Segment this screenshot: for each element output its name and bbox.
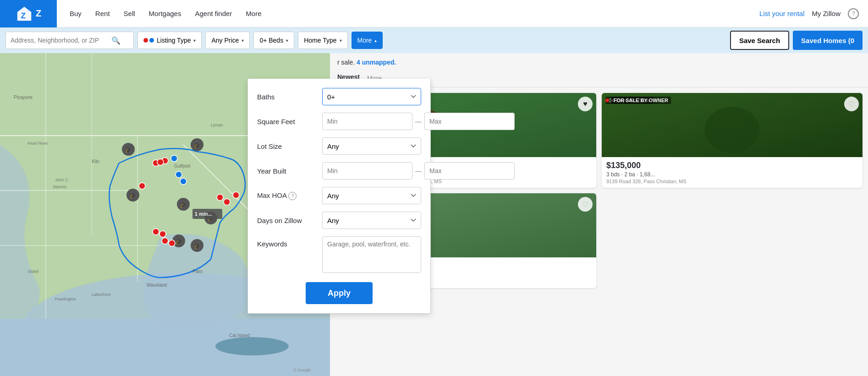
save-listing-button[interactable]: ♡ xyxy=(578,197,593,212)
more-filters-panel: Baths 0+ 1+ 1.5+ 2+ 3+ 4+ Square Feet — … xyxy=(247,79,431,314)
svg-text:Pearlington: Pearlington xyxy=(55,297,76,301)
keywords-label: Keywords xyxy=(257,236,317,248)
max-hoa-label: Max HOA ? xyxy=(257,191,317,200)
svg-point-44 xyxy=(162,238,168,244)
year-dash: — xyxy=(415,167,422,174)
listing-type-label: Listing Type xyxy=(157,37,191,44)
sqft-label: Square Feet xyxy=(257,118,317,125)
nav-buy[interactable]: Buy xyxy=(64,6,87,21)
svg-point-42 xyxy=(153,229,159,235)
svg-point-47 xyxy=(224,199,230,205)
svg-text:Z: Z xyxy=(21,11,25,20)
help-button[interactable]: ? xyxy=(848,8,859,19)
my-zillow-link[interactable]: My Zillow xyxy=(812,10,841,17)
sqft-min-input[interactable] xyxy=(322,113,412,130)
max-hoa-select[interactable]: Any $100/mo $200/mo $300/mo $500/mo xyxy=(322,187,421,204)
lot-size-label: Lot Size xyxy=(257,142,317,150)
filter-bar: 🔍 Listing Type ▾ Any Price ▾ 0+ Beds ▾ H… xyxy=(0,27,868,53)
baths-select[interactable]: 0+ 1+ 1.5+ 2+ 3+ 4+ xyxy=(322,88,421,105)
svg-text:🎓: 🎓 xyxy=(194,142,200,148)
days-on-zillow-row: Days on Zillow Any 1 day 7 days 14 days … xyxy=(257,212,421,229)
nav-sell[interactable]: Sell xyxy=(118,6,141,21)
lot-size-select[interactable]: Any 1,000 sqft 2,000 sqft 5,000 sqft 1 a… xyxy=(322,137,421,155)
baths-label: Baths xyxy=(257,93,317,101)
save-search-button[interactable]: Save Search xyxy=(730,31,789,50)
svg-point-49 xyxy=(171,155,177,162)
nav-more[interactable]: More xyxy=(240,6,267,21)
search-icon: 🔍 xyxy=(111,36,121,45)
nav-rent[interactable]: Rent xyxy=(90,6,115,21)
svg-point-43 xyxy=(159,231,166,237)
beds-filter[interactable]: 0+ Beds ▾ xyxy=(253,32,294,49)
svg-text:Pearl River: Pearl River xyxy=(27,141,48,146)
top-nav: Z Z Buy Rent Sell Mortgages Agent finder… xyxy=(0,0,868,27)
more-chevron: ▴ xyxy=(374,38,377,43)
svg-point-53 xyxy=(157,159,164,165)
beds-label: 0+ Beds xyxy=(259,37,283,44)
home-type-chevron: ▾ xyxy=(340,38,342,43)
keywords-textarea[interactable] xyxy=(322,236,421,273)
unmapped-count[interactable]: 4 unmapped. xyxy=(357,59,396,66)
for-sale-badge: FOR SALE BY OWNER xyxy=(605,97,671,104)
hoa-help-icon[interactable]: ? xyxy=(288,192,297,200)
sqft-max-input[interactable] xyxy=(424,113,515,130)
svg-text:🎓: 🎓 xyxy=(180,202,187,208)
max-hoa-row: Max HOA ? Any $100/mo $200/mo $300/mo $5… xyxy=(257,187,421,204)
sqft-inputs: — xyxy=(322,113,515,130)
listing-type-dots xyxy=(143,38,154,43)
listing-card[interactable]: 34 Days On Zillow FOR SALE BY OWNER ♡ $1… xyxy=(602,93,863,188)
year-built-row: Year Built — xyxy=(257,162,421,180)
svg-text:Cat Island: Cat Island xyxy=(229,333,250,338)
svg-text:🎓: 🎓 xyxy=(130,192,136,199)
listing-beds: 3 bds xyxy=(606,171,620,178)
listing-price: $135,000 xyxy=(606,161,858,170)
badge-dot xyxy=(605,98,609,102)
listing-type-filter[interactable]: Listing Type ▾ xyxy=(137,32,202,49)
zillow-logo-icon: Z xyxy=(16,5,33,22)
badge-text: FOR SALE BY OWNER xyxy=(611,97,671,104)
svg-text:Stennis: Stennis xyxy=(53,185,67,189)
more-filter[interactable]: More ▴ xyxy=(352,32,383,49)
home-type-label: Home Type xyxy=(304,37,336,44)
lot-size-row: Lot Size Any 1,000 sqft 2,000 sqft 5,000… xyxy=(257,137,421,155)
price-label: Any Price xyxy=(211,37,239,44)
days-on-zillow-select[interactable]: Any 1 day 7 days 14 days 30 days 90 days… xyxy=(322,212,421,229)
saved-homes-button[interactable]: Saved Homes (0 xyxy=(793,31,863,50)
save-listing-button[interactable]: ♥ xyxy=(578,97,593,111)
svg-text:Picayune: Picayune xyxy=(14,95,33,100)
svg-point-51 xyxy=(180,178,187,185)
apply-button[interactable]: Apply xyxy=(306,282,373,304)
svg-point-5 xyxy=(215,337,289,355)
listings-header: r sale. 4 unmapped. xyxy=(330,53,868,71)
beds-chevron: ▾ xyxy=(286,38,288,43)
svg-text:John C.: John C. xyxy=(55,178,69,182)
days-on-zillow-label: Days on Zillow xyxy=(257,217,317,224)
listing-sqft: 1,68... xyxy=(640,171,655,178)
svg-text:Lakeshore: Lakeshore xyxy=(92,292,111,297)
listing-type-chevron: ▾ xyxy=(193,38,196,43)
svg-text:Pass: Pass xyxy=(192,269,203,274)
svg-text:Kiln: Kiln xyxy=(92,159,99,164)
nav-agent-finder[interactable]: Agent finder xyxy=(189,6,237,21)
save-listing-button[interactable]: ♡ xyxy=(844,97,859,111)
home-type-filter[interactable]: Home Type ▾ xyxy=(298,32,347,49)
sqft-dash: — xyxy=(415,118,422,125)
year-built-label: Year Built xyxy=(257,167,317,175)
nav-right: List your rental My Zillow ? xyxy=(759,8,868,19)
year-built-min-input[interactable] xyxy=(322,162,412,180)
logo-area[interactable]: Z Z xyxy=(0,0,57,27)
search-input[interactable] xyxy=(11,37,111,44)
listing-address: 9139 Road 328, Pass Christian, MS xyxy=(606,179,858,184)
svg-text:Gulfport: Gulfport xyxy=(174,163,191,169)
svg-text:🎓: 🎓 xyxy=(194,243,200,249)
price-filter[interactable]: Any Price ▾ xyxy=(205,32,250,49)
svg-point-41 xyxy=(139,183,145,189)
listing-details: 3 bds · 2 ba · 1,68... xyxy=(606,171,858,178)
year-built-max-input[interactable] xyxy=(424,162,515,180)
list-your-rental-link[interactable]: List your rental xyxy=(759,10,804,17)
search-box[interactable]: 🔍 xyxy=(5,32,134,49)
nav-mortgages[interactable]: Mortgages xyxy=(143,6,187,21)
svg-point-45 xyxy=(169,240,175,246)
more-label: More xyxy=(357,37,372,44)
listing-image: 34 Days On Zillow FOR SALE BY OWNER ♡ xyxy=(602,93,863,157)
